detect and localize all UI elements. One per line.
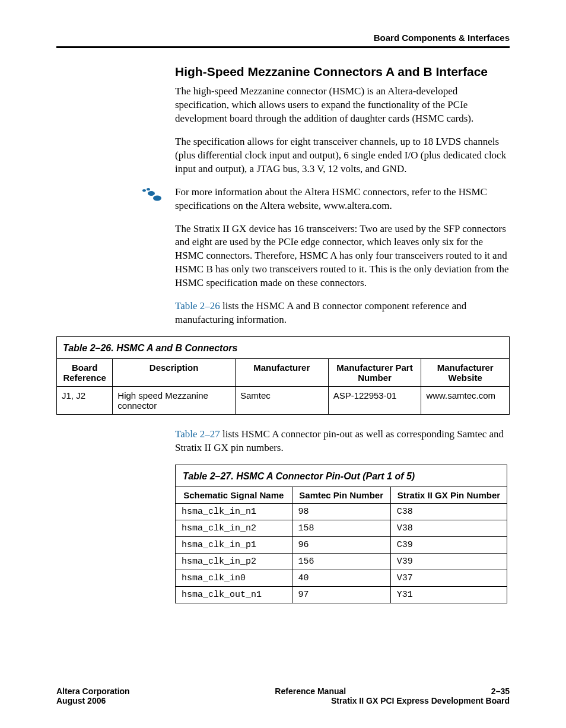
- info-link: www.altera.com: [323, 200, 389, 211]
- table-row: Schematic Signal Name Samtec Pin Number …: [176, 487, 507, 503]
- col-part-number: Manufacturer Part Number: [328, 359, 421, 387]
- running-header: Board Components & Interfaces: [56, 33, 510, 46]
- table-row: J1, J2 High speed Mezzanine connector Sa…: [57, 387, 510, 415]
- cell-sig: hsma_clk_out_n1: [176, 586, 292, 603]
- table-27-ref: Table 2–27: [175, 428, 220, 440]
- table-row: hsma_clk_in0 40 V37: [176, 570, 507, 586]
- table-row: hsma_clk_in_p2 156 V39: [176, 553, 507, 570]
- cell-sam: 158: [292, 520, 390, 536]
- cell-sig: hsma_clk_in_p1: [176, 536, 292, 553]
- svg-point-2: [148, 191, 155, 196]
- table-row: hsma_clk_in_n2 158 V38: [176, 520, 507, 536]
- cell-board: J1, J2: [57, 387, 113, 415]
- intro-paragraph-2: The specification allows for eight trans…: [175, 135, 510, 176]
- table-2-26: Table 2–26. HSMC A and B Connectors Boar…: [56, 336, 510, 415]
- table-row: hsma_clk_out_n1 97 Y31: [176, 586, 507, 603]
- table-2-27-caption: Table 2–27. HSMC A Connector Pin-Out (Pa…: [175, 465, 507, 487]
- cell-desc: High speed Mezzanine connector: [113, 387, 236, 415]
- paragraph-6: Table 2–27 lists HSMC A connector pin-ou…: [175, 428, 510, 455]
- col-stratix-pin: Stratix II GX Pin Number: [390, 487, 507, 503]
- footer-company: Altera Corporation: [56, 686, 130, 696]
- table-row: hsma_clk_in_p1 96 C39: [176, 536, 507, 553]
- cell-sam: 97: [292, 586, 390, 603]
- paragraph-4: The Stratix II GX device has 16 transcei…: [175, 222, 510, 291]
- col-description: Description: [113, 359, 236, 387]
- col-signal-name: Schematic Signal Name: [176, 487, 292, 503]
- table-row: Board Reference Description Manufacturer…: [57, 359, 510, 387]
- col-board-reference: Board Reference: [57, 359, 113, 387]
- cell-gx: V39: [390, 553, 507, 570]
- cell-part: ASP-122953-01: [328, 387, 421, 415]
- paragraph-5: Table 2–26 lists the HSMC A and B connec…: [175, 300, 510, 327]
- svg-point-1: [147, 188, 150, 190]
- cell-gx: V37: [390, 570, 507, 586]
- info-paragraph: For more information about the Altera HS…: [175, 186, 510, 213]
- cell-sig: hsma_clk_in_n2: [176, 520, 292, 536]
- cell-sam: 98: [292, 503, 390, 520]
- cell-gx: C38: [390, 503, 507, 520]
- cell-sam: 156: [292, 553, 390, 570]
- cell-web: www.samtec.com: [421, 387, 510, 415]
- footer-page-number: 2–35: [491, 686, 510, 696]
- cell-sam: 96: [292, 536, 390, 553]
- svg-point-3: [153, 195, 161, 201]
- cell-sig: hsma_clk_in0: [176, 570, 292, 586]
- cell-gx: C39: [390, 536, 507, 553]
- footer-date: August 2006: [56, 696, 106, 705]
- intro-paragraph-1: The high-speed Mezzanine connector (HSMC…: [175, 85, 510, 126]
- cell-sam: 40: [292, 570, 390, 586]
- page-footer: Altera Corporation Reference Manual 2–35…: [56, 686, 510, 705]
- cell-sig: hsma_clk_in_p2: [176, 553, 292, 570]
- cell-sig: hsma_clk_in_n1: [176, 503, 292, 520]
- footer-doc-type: Reference Manual: [130, 686, 491, 696]
- svg-point-0: [142, 189, 146, 192]
- info-text-c: .: [389, 200, 392, 211]
- table-2-26-caption: Table 2–26. HSMC A and B Connectors: [56, 336, 510, 358]
- header-rule: [56, 46, 510, 48]
- col-samtec-pin: Samtec Pin Number: [292, 487, 390, 503]
- footer-product: Stratix II GX PCI Express Development Bo…: [331, 696, 510, 705]
- info-footsteps-icon: [56, 186, 175, 202]
- table-2-27: Table 2–27. HSMC A Connector Pin-Out (Pa…: [175, 465, 507, 603]
- cell-gx: V38: [390, 520, 507, 536]
- col-manufacturer: Manufacturer: [235, 359, 328, 387]
- section-title: High-Speed Mezzanine Connectors A and B …: [175, 65, 510, 79]
- table-26-ref: Table 2–26: [175, 300, 220, 311]
- cell-gx: Y31: [390, 586, 507, 603]
- table-row: hsma_clk_in_n1 98 C38: [176, 503, 507, 520]
- col-website: Manufacturer Website: [421, 359, 510, 387]
- cell-mfr: Samtec: [235, 387, 328, 415]
- paragraph-6-rest: lists HSMC A connector pin-out as well a…: [175, 428, 504, 453]
